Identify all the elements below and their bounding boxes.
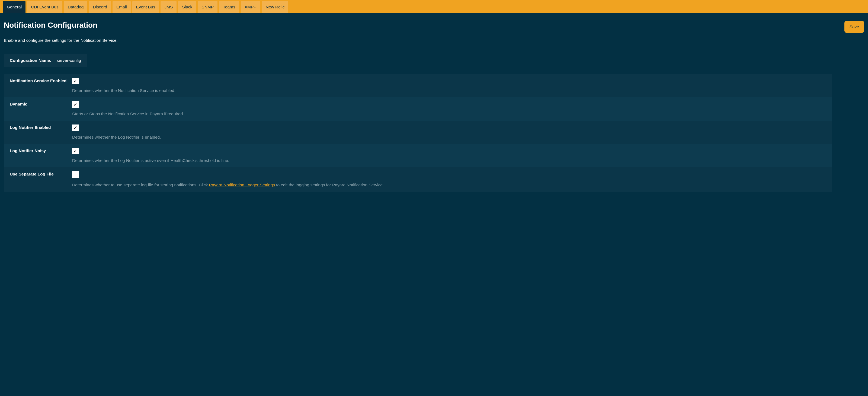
setting-control: ✓Determines whether the Log Notifier is … [72, 148, 826, 163]
config-name-label: Configuration Name: [10, 58, 51, 63]
content-area: Notification Configuration Save Enable a… [0, 13, 868, 195]
page-description: Enable and configure the settings for th… [4, 38, 864, 43]
setting-control: ✓Determines whether the Log Notifier is … [72, 124, 826, 140]
tab-email[interactable]: Email [113, 1, 131, 13]
setting-label: Dynamic [10, 101, 72, 106]
tab-event-bus[interactable]: Event Bus [132, 1, 159, 13]
config-name-value: server-config [57, 58, 81, 63]
setting-control: ✓Determines whether the Notification Ser… [72, 78, 826, 93]
setting-description: Determines whether the Notification Serv… [72, 88, 826, 93]
setting-description: Determines whether the Log Notifier is e… [72, 135, 826, 140]
tab-new-relic[interactable]: New Relic [262, 1, 288, 13]
header-row: Notification Configuration Save [4, 13, 864, 33]
setting-label: Use Separate Log File [10, 171, 72, 177]
tab-datadog[interactable]: Datadog [64, 1, 88, 13]
tabs-bar: GeneralCDI Event BusDatadogDiscordEmailE… [0, 0, 868, 13]
setting-control: Determines whether to use separate log f… [72, 171, 826, 187]
settings-table: Notification Service Enabled✓Determines … [4, 74, 832, 192]
tab-discord[interactable]: Discord [89, 1, 111, 13]
settings-row: Use Separate Log FileDetermines whether … [4, 167, 832, 192]
tab-jms[interactable]: JMS [160, 1, 177, 13]
config-name-box: Configuration Name: server-config [4, 54, 87, 67]
tab-xmpp[interactable]: XMPP [241, 1, 260, 13]
setting-description-text: Determines whether to use separate log f… [72, 183, 209, 187]
checkbox[interactable]: ✓ [72, 101, 79, 108]
tab-cdi-event-bus[interactable]: CDI Event Bus [27, 1, 62, 13]
setting-label: Log Notifier Noisy [10, 148, 72, 153]
setting-control: ✓Starts or Stops the Notification Servic… [72, 101, 826, 116]
tab-general[interactable]: General [3, 1, 26, 13]
settings-row: Log Notifier Enabled✓Determines whether … [4, 121, 832, 144]
tab-teams[interactable]: Teams [219, 1, 239, 13]
checkbox[interactable] [72, 171, 79, 178]
setting-description: Starts or Stops the Notification Service… [72, 112, 826, 116]
checkbox[interactable]: ✓ [72, 78, 79, 84]
setting-description: Determines whether to use separate log f… [72, 183, 826, 187]
tab-slack[interactable]: Slack [178, 1, 196, 13]
tab-snmp[interactable]: SNMP [198, 1, 217, 13]
checkbox[interactable]: ✓ [72, 148, 79, 154]
setting-label: Log Notifier Enabled [10, 124, 72, 130]
save-button[interactable]: Save [844, 21, 864, 33]
settings-row: Notification Service Enabled✓Determines … [4, 74, 832, 97]
page-title: Notification Configuration [4, 21, 97, 30]
notification-logger-settings-link[interactable]: Payara Notification Logger Settings [209, 183, 275, 187]
settings-row: Log Notifier Noisy✓Determines whether th… [4, 144, 832, 167]
settings-row: Dynamic✓Starts or Stops the Notification… [4, 97, 832, 121]
setting-label: Notification Service Enabled [10, 78, 72, 83]
setting-description-text: to edit the logging settings for Payara … [275, 183, 384, 187]
checkbox[interactable]: ✓ [72, 124, 79, 131]
setting-description: Determines whether the Log Notifier is a… [72, 158, 826, 163]
